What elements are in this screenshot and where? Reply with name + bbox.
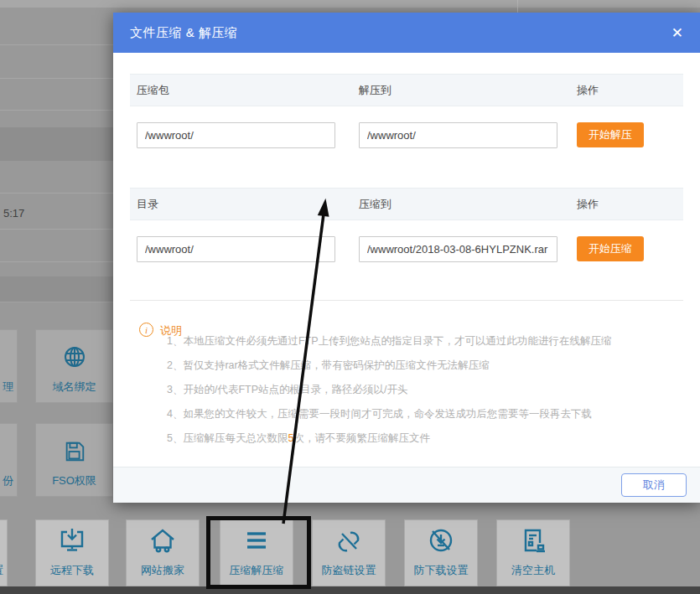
broken-link-icon [334,528,363,553]
note-item: 4、如果您的文件较大，压缩需要一段时间才可完成，命令发送成功后您需要等一段再去下… [167,402,683,426]
tool-card-label: 域名绑定 [53,380,96,395]
section-header-band [0,276,113,302]
start-compress-button[interactable]: 开始压缩 [577,236,644,261]
tool-card-label: 远程下载 [50,563,94,578]
decompress-header-row: 压缩包 解压到 操作 [130,74,683,106]
col-action-label: 操作 [577,197,599,212]
tool-card-domain-binding[interactable]: 域名绑定 [35,329,113,403]
table-row-divider [0,110,113,111]
info-icon: i [139,323,153,337]
tool-card-antileech-settings[interactable]: 防盗链设置 [312,519,386,586]
tool-card-label: 网站搬家 [141,563,184,578]
no-download-icon [427,528,455,553]
page-top-strip [0,0,700,8]
directory-path-input[interactable] [137,236,335,262]
annotation-highlight-rect [206,516,311,589]
tool-card-partial-3[interactable]: 置 [0,519,8,586]
tool-card-partial-2[interactable]: 份 [0,423,18,497]
tool-card-fso-permission[interactable]: FSO权限 [35,423,113,497]
page-bottom-strip [0,586,700,594]
table-row-divider [0,44,113,45]
col-action-label: 操作 [577,83,599,98]
extract-to-input[interactable] [359,122,557,148]
table-row-divider [0,193,113,194]
compress-header-row: 目录 压缩到 操作 [130,188,683,220]
col-compress-to-label: 压缩到 [359,197,391,212]
notes-list: 1、本地压缩文件必须先通过FTP上传到您站点的指定目录下，才可以通过此功能进行在… [167,329,683,451]
screen: 5:17 理 域名绑定 份 FSO权限 置 远程下载 [0,0,700,594]
col-directory-label: 目录 [137,197,158,212]
dialog-header: 文件压缩 & 解压缩 ✕ [113,13,700,53]
note-item: 1、本地压缩文件必须先通过FTP上传到您站点的指定目录下，才可以通过此功能进行在… [167,329,683,354]
compress-decompress-dialog: 文件压缩 & 解压缩 ✕ 压缩包 解压到 操作 开始解压 目录 压缩到 操作 开… [113,13,700,503]
dialog-footer: 取消 [113,467,700,503]
clear-host-icon [519,528,547,553]
tool-card-label: 防下载设置 [414,563,469,578]
table-row-divider [0,261,113,262]
start-decompress-button[interactable]: 开始解压 [577,122,644,147]
dialog-title: 文件压缩 & 解压缩 [130,25,237,41]
tool-card-remote-download[interactable]: 远程下载 [35,519,109,586]
compress-to-input[interactable] [359,236,557,262]
col-package-label: 压缩包 [137,83,169,98]
globe-icon [62,344,87,369]
tool-card-site-move[interactable]: 网站搬家 [126,519,200,586]
table-row-divider [0,78,113,79]
remote-download-icon [58,528,86,553]
divider [130,300,683,301]
note-item: 2、暂仅支持rar格式文件解压缩，带有密码保护的压缩文件无法解压缩 [167,354,683,378]
note-item: 5、压缩解压每天总次数限5次，请不要频繁压缩解压文件 [167,426,683,451]
cancel-button[interactable]: 取消 [621,473,687,497]
table-highlight-row [0,127,113,161]
tool-card-label: 份 [0,473,17,488]
col-extract-to-label: 解压到 [359,83,391,98]
tool-card-label: 清空主机 [511,563,555,578]
tool-card-label: 理 [0,380,17,395]
tool-card-partial-1[interactable]: 理 [0,329,18,403]
table-row-divider [0,229,113,230]
tool-card-antidownload-settings[interactable]: 防下载设置 [404,519,478,586]
moving-house-icon [148,528,177,553]
page-column-divider [517,0,518,13]
close-icon[interactable]: ✕ [666,13,688,53]
tool-card-label: 防盗链设置 [322,563,376,578]
timestamp-fragment: 5:17 [3,207,24,220]
tool-card-clear-host[interactable]: 清空主机 [496,519,570,586]
tool-card-label: FSO权限 [52,473,96,488]
package-path-input[interactable] [137,122,335,148]
tool-card-label: 置 [0,563,7,578]
floppy-disk-icon [63,440,86,463]
note-item: 3、开始的/代表FTP站点的根目录，路径必须以/开头 [167,378,683,402]
